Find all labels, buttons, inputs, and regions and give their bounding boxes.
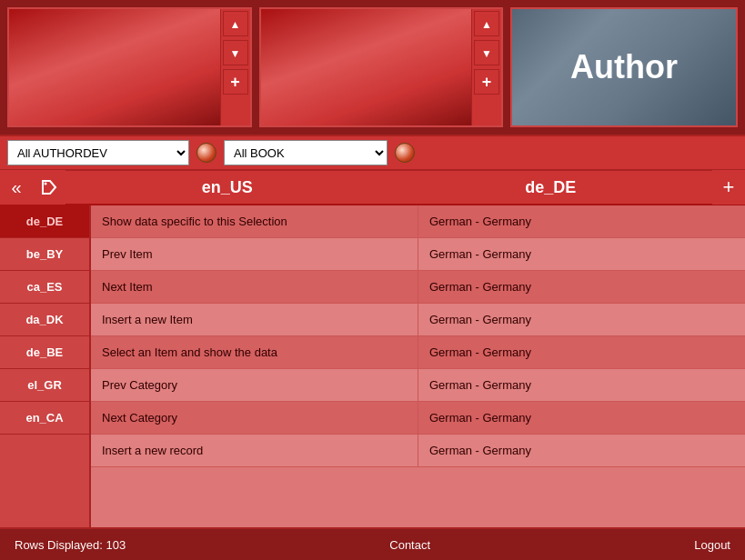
locale-back-button[interactable] bbox=[0, 170, 33, 205]
sidebar-item-de_BE[interactable]: de_BE bbox=[0, 336, 89, 369]
table-cell-label: Prev Item bbox=[91, 238, 418, 270]
logout-button[interactable]: Logout bbox=[694, 538, 730, 552]
up-arrow-icon bbox=[230, 16, 241, 31]
sidebar-item-el_GR[interactable]: el_GR bbox=[0, 369, 89, 402]
plus-lg-icon bbox=[723, 175, 735, 199]
author-panel: Author bbox=[510, 7, 738, 127]
main-content: de_DEbe_BYca_ESda_DKde_BEel_GRen_CA Show… bbox=[0, 205, 745, 527]
table-row[interactable]: Next CategoryGerman - Germany bbox=[91, 402, 745, 435]
svg-point-1 bbox=[45, 183, 47, 185]
panel-2-down-button[interactable] bbox=[474, 40, 499, 65]
image-panel-1 bbox=[7, 7, 252, 127]
table-cell-label: Prev Category bbox=[91, 369, 418, 401]
locale-add-button[interactable] bbox=[712, 170, 745, 205]
rows-displayed-label: Rows Displayed: 103 bbox=[15, 538, 126, 552]
image-panel-2 bbox=[259, 7, 504, 127]
locale-bar: en_US de_DE bbox=[0, 171, 745, 205]
table-cell-label: Next Item bbox=[91, 271, 418, 303]
author-title: Author bbox=[570, 48, 678, 86]
table-cell-value: German - Germany bbox=[418, 336, 745, 368]
locale-sidebar: de_DEbe_BYca_ESda_DKde_BEel_GRen_CA bbox=[0, 205, 91, 527]
table-row[interactable]: Prev CategoryGerman - Germany bbox=[91, 369, 745, 402]
table-cell-value: German - Germany bbox=[418, 402, 745, 434]
right-locale-label: de_DE bbox=[389, 178, 713, 197]
sidebar-item-be_BY[interactable]: be_BY bbox=[0, 238, 89, 271]
down-arrow-icon-2 bbox=[481, 45, 492, 60]
locale-tag-button[interactable] bbox=[33, 170, 65, 205]
table-row[interactable]: Select an Item and show the dataGerman -… bbox=[91, 336, 745, 369]
table-cell-label: Next Category bbox=[91, 402, 418, 434]
tag-icon bbox=[41, 179, 57, 195]
up-arrow-icon-2 bbox=[481, 16, 492, 31]
filter-row: All AUTHORDEV All BOOK bbox=[0, 135, 745, 171]
panel-1-add-button[interactable] bbox=[223, 69, 248, 95]
table-row[interactable]: Insert a new recordGerman - Germany bbox=[91, 435, 745, 467]
down-arrow-icon bbox=[230, 45, 241, 60]
table-row[interactable]: Insert a new ItemGerman - Germany bbox=[91, 304, 745, 336]
chevron-left-icon bbox=[11, 177, 21, 198]
panel-1-down-button[interactable] bbox=[223, 40, 248, 65]
book-filter-reset-button[interactable] bbox=[395, 143, 415, 163]
author-filter-select[interactable]: All AUTHORDEV bbox=[7, 140, 189, 165]
table-cell-label: Insert a new record bbox=[91, 435, 418, 466]
plus-icon-2 bbox=[482, 73, 492, 92]
image-panel-1-bg bbox=[9, 9, 220, 125]
panel-1-controls bbox=[220, 9, 250, 125]
table-cell-value: German - Germany bbox=[418, 369, 745, 401]
table-cell-value: German - Germany bbox=[418, 271, 745, 303]
footer: Rows Displayed: 103 Contact Logout bbox=[0, 527, 745, 560]
table-cell-value: German - Germany bbox=[418, 304, 745, 335]
table-cell-label: Select an Item and show the data bbox=[91, 336, 418, 368]
table-cell-label: Show data specific to this Selection bbox=[91, 205, 418, 237]
author-filter-reset-button[interactable] bbox=[196, 143, 216, 163]
table-cell-label: Insert a new Item bbox=[91, 304, 418, 335]
sidebar-item-ca_ES[interactable]: ca_ES bbox=[0, 271, 89, 304]
left-locale-label: en_US bbox=[65, 178, 389, 197]
sidebar-item-de_DE[interactable]: de_DE bbox=[0, 205, 89, 238]
table-cell-value: German - Germany bbox=[418, 205, 745, 237]
sidebar-item-da_DK[interactable]: da_DK bbox=[0, 304, 89, 336]
panel-2-add-button[interactable] bbox=[474, 69, 499, 95]
sidebar-item-en_CA[interactable]: en_CA bbox=[0, 402, 89, 435]
table-cell-value: German - Germany bbox=[418, 238, 745, 270]
panel-1-up-button[interactable] bbox=[223, 11, 248, 36]
translation-table: Show data specific to this SelectionGerm… bbox=[91, 205, 745, 527]
book-filter-select[interactable]: All BOOK bbox=[224, 140, 388, 165]
panel-2-up-button[interactable] bbox=[474, 11, 499, 36]
plus-icon bbox=[230, 73, 240, 92]
table-row[interactable]: Next ItemGerman - Germany bbox=[91, 271, 745, 304]
top-section: Author bbox=[0, 0, 745, 135]
contact-link[interactable]: Contact bbox=[389, 538, 430, 552]
table-row[interactable]: Show data specific to this SelectionGerm… bbox=[91, 205, 745, 238]
table-row[interactable]: Prev ItemGerman - Germany bbox=[91, 238, 745, 271]
table-cell-value: German - Germany bbox=[418, 435, 745, 466]
image-panel-2-bg bbox=[261, 9, 472, 125]
panel-2-controls bbox=[471, 9, 501, 125]
